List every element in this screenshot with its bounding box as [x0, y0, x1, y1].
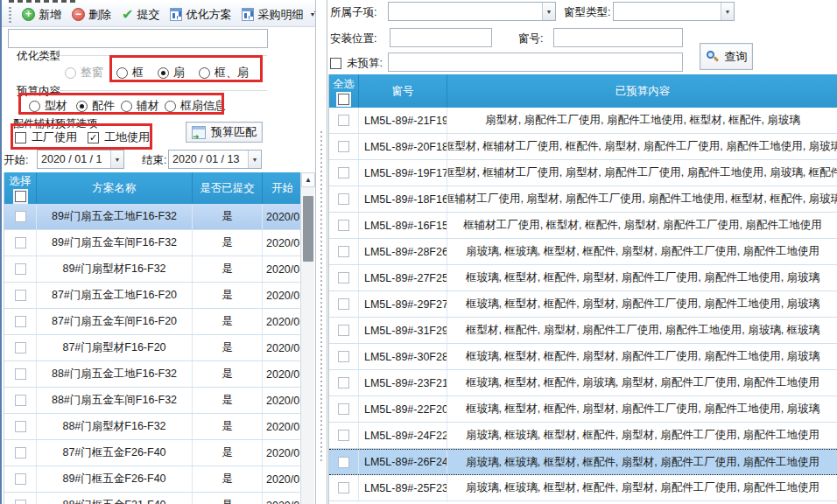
row-checkbox[interactable] — [15, 368, 26, 380]
plan-table-row[interactable]: 88#门扇五金车间F16-F32 是 2020/0 — [4, 388, 300, 414]
factory-use-checkbox[interactable]: 工厂使用 — [15, 130, 77, 145]
window-type-combo[interactable]: ▼ — [613, 2, 735, 21]
no-budget-checkbox[interactable]: 未预算: — [330, 56, 383, 71]
row-checkbox[interactable] — [338, 141, 349, 152]
window-no-column-header[interactable]: 窗号 — [359, 74, 447, 108]
row-checkbox[interactable] — [338, 246, 349, 257]
row-checkbox[interactable] — [15, 473, 26, 485]
radio-frame[interactable]: 框 — [116, 65, 144, 80]
budget-table-row[interactable]: LM5L-89#-24F22 扇玻璃, 框玻璃, 框型材, 框配件, 扇型材, … — [329, 423, 837, 449]
budget-table-row[interactable]: LM5L-89#-22F20 框玻璃, 框型材, 框配件, 扇型材, 扇配件工厂… — [329, 396, 837, 423]
plan-table-row[interactable]: 88#门框五金F21-F40 是 2020/0 — [4, 493, 300, 504]
budget-table-row[interactable]: LM5L-89#-29F27 框玻璃, 框型材, 框配件, 扇型材, 扇配件工厂… — [329, 291, 837, 318]
budget-table-row[interactable]: LM5L-89#-20F18 框型材, 框辅材工厂使用, 框配件, 扇型材, 扇… — [329, 134, 837, 160]
row-checkbox[interactable] — [338, 220, 349, 231]
row-checkbox[interactable] — [15, 290, 26, 301]
submit-button[interactable]: ✔ 提交 — [116, 4, 165, 25]
checkbox-icon — [330, 58, 341, 69]
plan-table-row[interactable]: 87#门扇五金车间F16-F20 是 2020/0 — [4, 309, 300, 335]
row-checkbox[interactable] — [338, 430, 349, 441]
radio-whole-window[interactable]: 整窗 — [65, 65, 103, 80]
scrollbar-thumb[interactable] — [303, 196, 313, 262]
radio-frame-sash[interactable]: 框、扇 — [199, 65, 249, 80]
scroll-up-icon[interactable]: ▲ — [301, 172, 315, 187]
plan-start-column-header[interactable]: 开始 — [263, 172, 300, 204]
row-checkbox[interactable] — [338, 325, 349, 336]
window-no-label: 窗号: — [518, 32, 543, 46]
radio-fitting[interactable]: 配件 — [76, 98, 115, 114]
budget-table-row[interactable]: LM5L-89#-30F28 框玻璃, 框型材, 框配件, 扇型材, 扇配件工厂… — [329, 344, 837, 370]
plan-table-scrollbar[interactable]: ▲ — [300, 172, 314, 504]
plan-table-row[interactable]: 89#门扇五金车间F16-F32 是 2020/0 — [4, 230, 300, 256]
budget-table-row-selected[interactable]: LM5L-89#-26F24 扇玻璃, 框玻璃, 框型材, 框配件, 扇型材, … — [329, 449, 837, 475]
plan-table-row[interactable]: 87#门扇五金工地F16-F20 是 2020/0 — [4, 283, 300, 309]
radio-auxiliary[interactable]: 辅材 — [121, 98, 159, 114]
row-checkbox[interactable] — [338, 298, 349, 310]
budget-table-row[interactable]: LM5L-89#-31F29 框型材, 框配件, 扇型材, 扇配件工厂使用, 扇… — [329, 318, 837, 344]
row-checkbox[interactable] — [15, 263, 26, 275]
row-checkbox[interactable] — [15, 395, 26, 406]
row-checkbox[interactable] — [15, 342, 26, 354]
row-checkbox[interactable] — [15, 447, 26, 458]
row-checkbox[interactable] — [338, 272, 349, 284]
budget-table-row[interactable]: LM5L-89#-27F25 框玻璃, 框型材, 框配件, 扇型材, 扇配件工厂… — [329, 265, 837, 291]
row-checkbox[interactable] — [338, 115, 349, 126]
row-checkbox[interactable] — [338, 351, 349, 362]
plan-table-row[interactable]: 89#门扇型材F16-F32 是 2020/0 — [4, 256, 300, 283]
query-button[interactable]: 查询 — [700, 43, 753, 70]
radio-sash[interactable]: 扇 — [158, 65, 185, 80]
budget-table-row[interactable]: LM5L-89#-21F19 扇型材, 扇配件工厂使用, 扇配件工地使用, 框型… — [329, 108, 837, 134]
plan-name-column-header[interactable]: 方案名称 — [37, 172, 193, 204]
budget-table-row[interactable]: LM5L-89#-18F16 框辅材工厂使用, 扇型材, 扇配件工厂使用, 扇配… — [329, 186, 837, 213]
start-date-picker[interactable]: 2020 / 01 / 1 ▼ — [37, 150, 124, 169]
window-no-input[interactable] — [553, 28, 683, 47]
radio-frame-sash-info-label: 框扇信息 — [180, 98, 226, 114]
row-checkbox[interactable] — [15, 316, 26, 327]
plan-table-row[interactable]: 89#门框五金F26-F40 是 2020/0 — [4, 466, 300, 493]
plan-table-row[interactable]: 87#门扇型材F16-F20 是 2020/0 — [4, 335, 300, 361]
plan-table-row[interactable]: 89#门扇五金工地F16-F32 是 2020/0 — [4, 204, 300, 230]
budget-table-row[interactable]: LM5L-89#-25F23 扇玻璃, 框玻璃, 框型材, 框配件, 扇型材, … — [329, 475, 837, 501]
sub-item-combo[interactable]: ▼ — [388, 2, 556, 21]
panel-splitter[interactable] — [315, 0, 327, 504]
plan-table-row[interactable]: 88#门扇型材F16-F32 是 2020/0 — [4, 414, 300, 440]
budget-table-row[interactable]: LM5L-89#-16F15 框辅材工厂使用, 框型材, 框配件, 扇型材, 扇… — [329, 213, 837, 239]
select-all-checkbox[interactable] — [338, 94, 349, 105]
add-button[interactable]: + 新增 — [17, 4, 67, 25]
plan-table-row[interactable]: 87#门框五金F26-F40 是 2020/0 — [4, 440, 300, 466]
budget-table-row[interactable]: LM5L-89#-28F26 扇玻璃, 框玻璃, 框型材, 框配件, 扇型材, … — [329, 239, 837, 265]
budget-table-row[interactable]: LM5L-89#-19F17 框型材, 框辅材工厂使用, 扇型材, 扇配件工厂使… — [329, 160, 837, 186]
row-checkbox[interactable] — [338, 403, 349, 415]
row-checkbox[interactable] — [338, 167, 349, 178]
row-checkbox[interactable] — [338, 193, 349, 205]
plan-table-row[interactable]: 88#门扇五金工地F16-F32 是 2020/0 — [4, 361, 300, 388]
no-budget-input[interactable] — [388, 52, 683, 72]
plan-submitted-column-header[interactable]: 是否已提交 — [193, 172, 263, 204]
radio-frame-sash-info[interactable]: 框扇信息 — [165, 98, 226, 114]
plan-start-cell: 2020/0 — [263, 361, 300, 387]
plan-search-input[interactable] — [8, 29, 268, 48]
budget-match-button[interactable]: 预算匹配 — [186, 122, 263, 143]
budget-table-row[interactable]: LM5L-89#-23F21 框玻璃, 框型材, 框配件, 扇玻璃, 扇型材, … — [329, 370, 837, 396]
end-date-picker[interactable]: 2020 / 01 / 13 ▼ — [168, 150, 262, 169]
row-checkbox[interactable] — [15, 211, 26, 222]
row-checkbox[interactable] — [338, 482, 349, 494]
budget-content-cell: 框辅材工厂使用, 框型材, 框配件, 扇型材, 扇配件工厂使用, 扇配件工地使用 — [447, 213, 837, 238]
row-checkbox[interactable] — [338, 377, 349, 388]
install-position-input[interactable] — [390, 28, 492, 47]
row-checkbox[interactable] — [15, 421, 26, 432]
select-all-checkbox[interactable] — [15, 191, 26, 202]
row-checkbox[interactable] — [338, 457, 349, 468]
delete-button[interactable]: − 删除 — [67, 4, 116, 25]
radio-profile[interactable]: 型材 — [29, 98, 67, 114]
optimize-plan-button[interactable]: 优化方案 — [165, 4, 236, 25]
budget-select-all-header[interactable]: 全选 — [329, 74, 359, 108]
purchase-detail-button[interactable]: 采购明细 ▼ — [236, 4, 320, 25]
row-checkbox[interactable] — [15, 500, 26, 504]
plan-select-column-header[interactable]: 选择 — [4, 172, 37, 204]
site-use-checkbox[interactable]: ✓ 工地使用 — [88, 130, 150, 145]
budget-content-column-header[interactable]: 已预算内容 — [447, 74, 837, 108]
row-checkbox[interactable] — [15, 237, 26, 248]
toolbar-grip[interactable] — [9, 7, 11, 23]
chevron-down-icon: ▼ — [248, 150, 261, 168]
